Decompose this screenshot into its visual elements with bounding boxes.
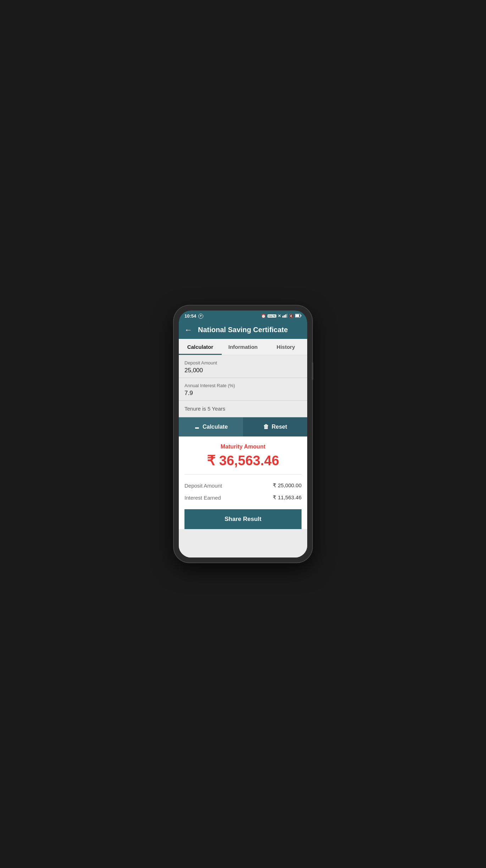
reset-button[interactable]: 🗑 Reset <box>243 417 307 436</box>
bars-icon <box>282 314 287 318</box>
maturity-amount: ₹ 36,563.46 <box>184 453 302 468</box>
app-header: ← National Saving Certificate <box>179 321 307 339</box>
svg-rect-5 <box>301 315 302 317</box>
svg-rect-3 <box>287 314 287 318</box>
calculate-label: Calculate <box>203 424 228 430</box>
deposit-result-value: ₹ 25,000.00 <box>273 482 302 489</box>
result-divider <box>184 474 302 474</box>
status-time: 10:54 <box>184 313 196 319</box>
deposit-amount-label: Deposit Amount <box>184 360 302 366</box>
result-card: Maturity Amount ₹ 36,563.46 Deposit Amou… <box>179 436 307 529</box>
content-area: Deposit Amount 25,000 Annual Interest Ra… <box>179 355 307 557</box>
reset-label: Reset <box>272 424 287 430</box>
status-left: 10:54 P <box>184 313 203 319</box>
svg-rect-1 <box>284 315 285 318</box>
svg-rect-2 <box>285 314 286 318</box>
bottom-space <box>179 529 307 557</box>
maturity-label: Maturity Amount <box>184 444 302 450</box>
deposit-result-label: Deposit Amount <box>184 483 222 489</box>
tab-bar: Calculator Information History <box>179 339 307 355</box>
interest-rate-label: Annual Interest Rate (%) <box>184 383 302 388</box>
calculate-button[interactable]: 🗕 Calculate <box>179 417 243 436</box>
share-result-button[interactable]: Share Result <box>184 509 302 529</box>
interest-rate-field[interactable]: Annual Interest Rate (%) 7.9 <box>179 378 307 401</box>
tenure-field: Tenure is 5 Years <box>179 401 307 417</box>
carrier-icon: P <box>198 314 203 319</box>
volte-badge: VoLTE <box>267 314 276 318</box>
phone-screen: 10:54 P ⏰ VoLTE ✕ <box>179 311 307 557</box>
button-row: 🗕 Calculate 🗑 Reset <box>179 417 307 436</box>
tenure-text: Tenure is 5 Years <box>184 406 225 412</box>
tab-history[interactable]: History <box>264 339 307 355</box>
interest-rate-value: 7.9 <box>184 390 302 397</box>
deposit-amount-value: 25,000 <box>184 367 302 374</box>
status-right: ⏰ VoLTE ✕ 🔇 <box>261 314 302 318</box>
tab-calculator[interactable]: Calculator <box>179 339 222 355</box>
calculator-icon: 🗕 <box>194 424 200 430</box>
interest-result-label: Interest Earned <box>184 495 221 501</box>
svg-rect-6 <box>296 314 299 317</box>
signal-icon: ✕ <box>278 314 281 318</box>
tab-information[interactable]: Information <box>222 339 265 355</box>
status-bar: 10:54 P ⏰ VoLTE ✕ <box>179 311 307 321</box>
svg-rect-0 <box>282 316 283 318</box>
deposit-result-row: Deposit Amount ₹ 25,000.00 <box>184 479 302 491</box>
trash-icon: 🗑 <box>263 424 269 430</box>
volume-button <box>312 362 313 380</box>
deposit-amount-field[interactable]: Deposit Amount 25,000 <box>179 355 307 378</box>
interest-result-value: ₹ 11,563.46 <box>273 494 302 501</box>
interest-result-row: Interest Earned ₹ 11,563.46 <box>184 491 302 504</box>
alarm-icon: ⏰ <box>261 314 266 318</box>
back-button[interactable]: ← <box>184 326 192 334</box>
battery-icon <box>295 314 302 318</box>
page-title: National Saving Certificate <box>198 326 288 334</box>
phone-frame: 10:54 P ⏰ VoLTE ✕ <box>174 306 312 562</box>
no-sim-icon: 🔇 <box>289 314 294 318</box>
